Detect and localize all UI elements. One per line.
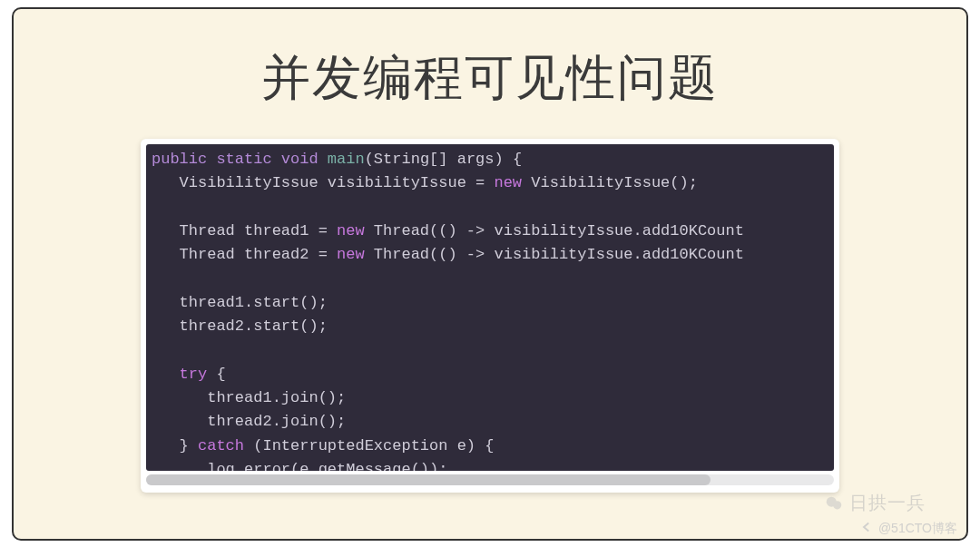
stage: 并发编程可见性问题 public static void main(String…: [0, 0, 980, 547]
slide-title: 并发编程可见性问题: [261, 45, 719, 112]
presentation-slide: 并发编程可见性问题 public static void main(String…: [12, 7, 968, 541]
code-editor: public static void main(String[] args) {…: [146, 144, 834, 471]
platform-icon: [858, 519, 875, 538]
code-container: public static void main(String[] args) {…: [141, 139, 839, 493]
platform-name: @51CTO博客: [878, 521, 957, 537]
author-name: 日拱一兵: [849, 491, 926, 515]
svg-point-1: [833, 501, 841, 509]
author-watermark: 日拱一兵: [824, 491, 926, 515]
horizontal-scrollbar[interactable]: [146, 474, 834, 485]
scrollbar-thumb[interactable]: [146, 474, 710, 485]
code-content: public static void main(String[] args) {…: [146, 144, 834, 471]
wechat-icon: [824, 493, 844, 513]
platform-watermark: @51CTO博客: [858, 519, 957, 538]
